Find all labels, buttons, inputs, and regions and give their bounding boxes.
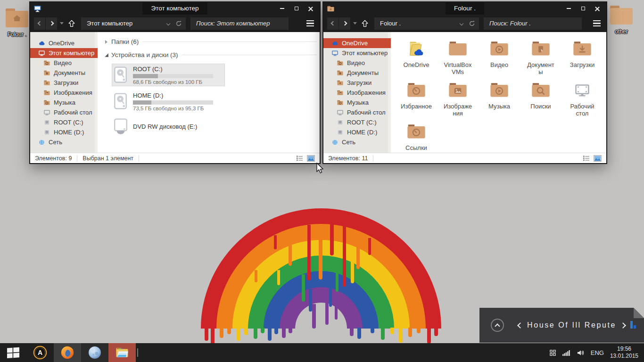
folder-item[interactable]: Видео (479, 38, 520, 80)
folder-item[interactable]: Избранное (396, 80, 437, 121)
sidebar-item-label: Этот компьютер (342, 49, 388, 57)
back-button[interactable] (34, 17, 45, 30)
sidebar-item[interactable]: Загрузки (30, 78, 98, 88)
network-icon[interactable] (562, 350, 570, 356)
sidebar-item[interactable]: Этот компьютер (30, 48, 98, 58)
details-view-button[interactable] (583, 155, 590, 162)
explorer-icon (115, 346, 129, 360)
folder-item[interactable]: OneDrive (396, 38, 437, 80)
explorer-window-folour: Folour . Folour . Поиск: Folour . OneDr (322, 1, 607, 164)
desktop-icon-folour[interactable]: Folour . (2, 8, 32, 38)
thumbnail-view-button[interactable] (307, 155, 315, 162)
menu-button[interactable] (305, 20, 316, 26)
titlebar[interactable]: Этот компьютер (30, 2, 320, 15)
desktop-icon-other[interactable]: other (606, 5, 636, 35)
sidebar-item[interactable]: Рабочий стол (30, 107, 98, 117)
folder-item[interactable]: Ссылки (396, 121, 437, 153)
folder-item[interactable]: Изображения (437, 80, 479, 121)
back-button[interactable] (327, 17, 339, 30)
window-icon-computer (33, 5, 41, 13)
taskbar-item-palemoon[interactable] (81, 343, 108, 362)
sidebar-item-label: Сеть (342, 139, 355, 146)
clock[interactable]: 19:56 13.01.2015 (610, 346, 638, 360)
maximize-button[interactable] (291, 4, 301, 13)
up-button[interactable] (359, 17, 371, 30)
sidebar-item-icon (337, 109, 344, 116)
taskbar-item-explorer[interactable] (108, 343, 136, 362)
sidebar-item[interactable]: ROOT (C:) (323, 117, 391, 127)
folder-item[interactable]: Поиски (520, 80, 561, 121)
sidebar-item[interactable]: Изображения (323, 88, 391, 98)
hidden-icons-button[interactable] (549, 349, 556, 356)
sidebar-item[interactable]: HOME (D:) (30, 127, 98, 137)
details-view-button[interactable] (296, 155, 303, 162)
minimize-button[interactable] (564, 4, 574, 13)
refresh-icon[interactable] (175, 20, 182, 27)
expand-arrow-icon[interactable] (105, 53, 108, 57)
folder-item[interactable]: Музыка (479, 80, 520, 121)
menu-button[interactable] (591, 20, 603, 26)
up-button[interactable] (66, 17, 77, 30)
sidebar-item[interactable]: Этот компьютер (323, 48, 391, 58)
sidebar-item[interactable]: Видео (30, 58, 98, 68)
mouse-cursor (315, 163, 325, 175)
recent-locations-caret[interactable] (60, 22, 64, 25)
folder-item[interactable]: Загрузки (561, 38, 603, 80)
sidebar-item[interactable]: Сеть (323, 137, 391, 147)
sidebar-item[interactable]: Сеть (30, 137, 98, 147)
sidebar-item[interactable]: ROOT (C:) (30, 117, 98, 127)
sidebar-item-icon (43, 79, 50, 86)
language-indicator[interactable]: ENG (591, 349, 604, 356)
sidebar-item-label: Загрузки (54, 79, 78, 86)
forward-button[interactable] (339, 17, 350, 30)
sidebar-item[interactable]: Видео (323, 58, 391, 68)
file-list-pane: Папки (6) Устройства и диски (3) ROOT (C… (98, 32, 320, 153)
folder-item[interactable]: Документы (520, 38, 561, 80)
group-header-devices[interactable]: Устройства и диски (3) (105, 51, 317, 58)
next-track-button[interactable] (620, 322, 626, 329)
taskbar-item-firefox[interactable] (54, 343, 81, 362)
sidebar-item-label: Видео (347, 59, 365, 66)
titlebar[interactable]: Folour . (323, 2, 606, 15)
search-box[interactable]: Поиск: Этот компьютер (190, 17, 289, 30)
sidebar-item[interactable]: OneDrive (323, 38, 391, 48)
folder-item-label: Загрузки (570, 61, 594, 68)
sidebar-item-label: Этот компьютер (49, 49, 94, 57)
address-dropdown-caret[interactable] (460, 21, 463, 25)
sidebar-item[interactable]: Документы (323, 68, 391, 78)
sidebar-item[interactable]: Музыка (30, 98, 98, 107)
sidebar-item[interactable]: OneDrive (30, 38, 98, 48)
recent-locations-caret[interactable] (353, 22, 357, 25)
close-button[interactable] (592, 4, 602, 13)
refresh-icon[interactable] (469, 20, 475, 27)
address-bar[interactable]: Folour . (374, 17, 479, 30)
address-bar[interactable]: Этот компьютер (81, 17, 186, 30)
maximize-button[interactable] (578, 4, 588, 13)
drive-item[interactable]: DVD RW дисковод (E:) (112, 116, 225, 136)
search-box[interactable]: Поиск: Folour . (484, 17, 582, 30)
sidebar-item[interactable]: Музыка (323, 98, 391, 107)
start-button[interactable] (0, 343, 26, 362)
volume-icon[interactable] (577, 349, 585, 356)
sidebar-item[interactable]: Загрузки (323, 78, 391, 88)
address-dropdown-caret[interactable] (166, 21, 170, 25)
sidebar-item[interactable]: Рабочий стол (323, 107, 391, 117)
thumbnail-view-button[interactable] (594, 155, 602, 162)
collapse-arrow-icon[interactable] (105, 40, 107, 44)
sidebar-item[interactable]: HOME (D:) (323, 127, 391, 137)
sidebar-item[interactable]: Изображения (30, 88, 98, 98)
folder-item[interactable]: Рабочийстол (561, 80, 603, 121)
drive-item[interactable]: HOME (D:) 73,5 ГБ свободно из 95,3 ГБ (112, 90, 225, 113)
folder-item[interactable]: VirtualBoxVMs (437, 38, 479, 80)
close-button[interactable] (305, 4, 315, 13)
player-expand-button[interactable] (491, 319, 504, 332)
taskbar-item-aimp[interactable] (26, 343, 54, 362)
group-header-folders[interactable]: Папки (6) (105, 38, 317, 45)
sidebar-item[interactable]: Документы (30, 68, 98, 78)
forward-button[interactable] (46, 17, 57, 30)
folder-item-label: OneDrive (404, 61, 429, 68)
equalizer-icon[interactable] (630, 321, 637, 329)
minimize-button[interactable] (277, 4, 287, 13)
windows-logo-icon (6, 346, 20, 360)
drive-item[interactable]: ROOT (C:) 68,6 ГБ свободно из 100 ГБ (112, 64, 225, 86)
